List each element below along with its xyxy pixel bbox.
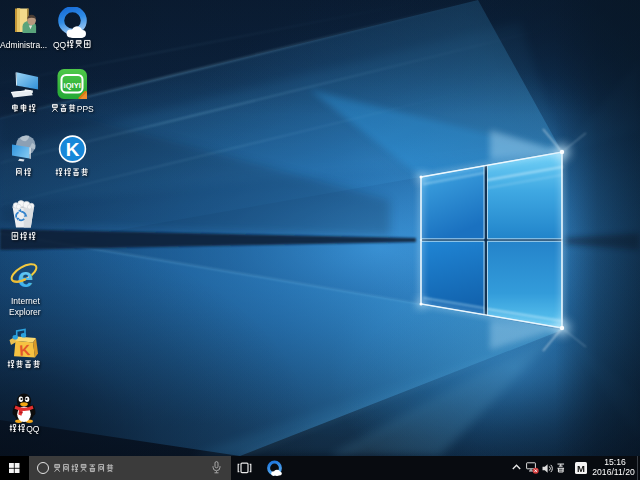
svg-text:QQ: QQ xyxy=(53,39,67,49)
svg-text:e: e xyxy=(18,262,34,293)
svg-text:Internet: Internet xyxy=(11,295,40,305)
svg-text:Explorer: Explorer xyxy=(9,307,41,317)
svg-text:15:16: 15:16 xyxy=(604,457,626,467)
svg-text:PPS: PPS xyxy=(76,103,93,113)
svg-text:2016/11/20: 2016/11/20 xyxy=(592,467,635,477)
svg-text:K: K xyxy=(66,139,80,160)
svg-text:QQ: QQ xyxy=(26,423,40,433)
svg-text:K: K xyxy=(19,341,31,359)
svg-text:iQIYI: iQIYI xyxy=(64,81,81,90)
svg-text:Administra...: Administra... xyxy=(0,39,47,49)
svg-text:M: M xyxy=(577,463,585,474)
